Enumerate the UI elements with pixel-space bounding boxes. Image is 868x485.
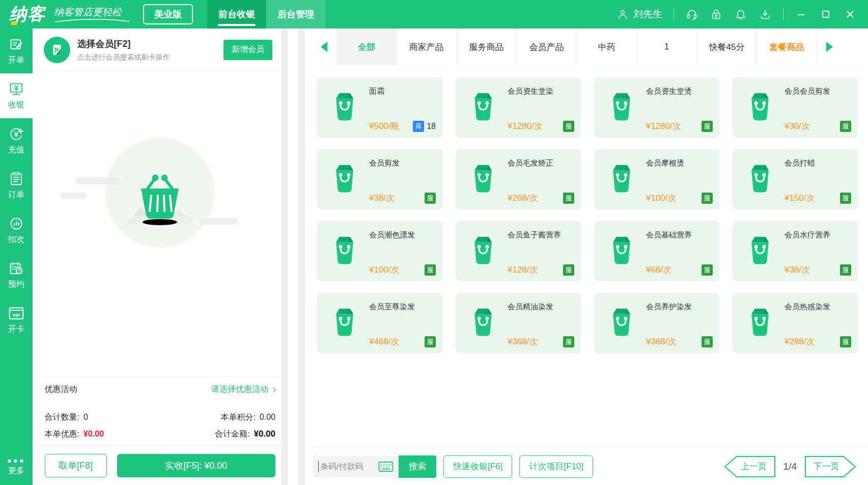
product-name: 会员养护染发 xyxy=(646,301,712,313)
sidebar-item-more[interactable]: ●●● 更多 xyxy=(0,449,33,485)
search-button[interactable]: 搜索 xyxy=(399,455,436,478)
category-tab-all[interactable]: 全部 xyxy=(337,29,397,65)
category-tab-chinese-medicine[interactable]: 中药 xyxy=(577,29,637,65)
product-name: 会员摩根烫 xyxy=(646,157,712,169)
receive-payment-button[interactable]: 实收[F5]: ¥0.00 xyxy=(117,454,275,477)
sidebar-item-cashier[interactable]: 收银 xyxy=(0,73,33,118)
deduct-count-icon xyxy=(9,216,24,231)
product-name: 会员热感染发 xyxy=(785,301,851,313)
hold-order-button[interactable]: 取单[F8] xyxy=(45,454,107,477)
product-grid: 面霜 ¥500/瓶 库 18 会员资生堂染 ¥1280/次 服 xyxy=(311,65,868,447)
shopping-bag-icon xyxy=(469,306,497,338)
sidebar-item-vip-card[interactable]: VIP 开卡 xyxy=(0,298,33,342)
category-scroll-left-button[interactable] xyxy=(311,29,337,65)
product-card[interactable]: 会员摩根烫 ¥100/次 服 xyxy=(594,149,719,209)
product-bottom-bar: 搜索 快速收银[F6] 计次项目[F10] 上一页 1/4 下一页 xyxy=(311,447,868,485)
sidebar-item-open-order[interactable]: 开单 xyxy=(0,29,33,73)
add-member-button[interactable]: 新增会员 xyxy=(223,40,272,60)
sidebar-item-deduct-count[interactable]: 扣次 xyxy=(0,208,33,253)
member-select-action[interactable]: 选择会员[F2] 点击进行会员搜索或刷卡操作 xyxy=(77,38,170,62)
promo-row: 优惠活动 请选择优惠活动 xyxy=(33,376,288,402)
points-label: 本单积分: xyxy=(220,412,255,423)
discount-value: ¥0.00 xyxy=(83,429,104,439)
shopping-bag-icon xyxy=(469,163,497,194)
product-price: ¥38/次 xyxy=(785,264,810,276)
category-tab-1[interactable]: 1 xyxy=(637,29,697,65)
tab-back-management[interactable]: 后台管理 xyxy=(266,0,325,29)
product-card[interactable]: 会员剪发 ¥38/次 服 xyxy=(317,149,442,209)
service-badge: 服 xyxy=(425,264,436,276)
product-card[interactable]: 会员养护染发 ¥368/次 服 xyxy=(594,293,719,353)
user-menu[interactable]: 刘先生 xyxy=(616,8,662,21)
product-card[interactable]: 会员基础营养 ¥68/次 服 xyxy=(594,221,719,281)
product-card[interactable]: 会员毛发矫正 ¥268/次 服 xyxy=(456,149,581,209)
open-order-icon xyxy=(9,37,24,52)
sidebar-item-appointment[interactable]: 预约 xyxy=(0,253,33,298)
product-name: 会员潮色漂发 xyxy=(369,229,435,241)
shopping-bag-icon xyxy=(746,234,774,266)
product-card[interactable]: 面霜 ¥500/瓶 库 18 xyxy=(317,77,442,138)
product-card[interactable]: 会员至尊染发 ¥468/次 服 xyxy=(317,293,442,353)
service-badge: 服 xyxy=(840,264,851,276)
close-button[interactable] xyxy=(844,8,857,21)
sidebar: 开单 收银 充值 订单 扣次 xyxy=(0,29,33,485)
category-tab-merchant-products[interactable]: 商家产品 xyxy=(397,29,457,65)
user-icon xyxy=(616,8,629,21)
prev-page-button[interactable]: 上一页 xyxy=(723,455,776,478)
count-item-button[interactable]: 计次项目[F10] xyxy=(519,455,593,478)
sidebar-item-label: 更多 xyxy=(8,466,24,476)
keyboard-icon[interactable] xyxy=(378,461,394,473)
support-headset-icon[interactable] xyxy=(685,8,698,21)
product-card[interactable]: 会员精油染发 ¥368/次 服 xyxy=(456,293,581,353)
category-scroll-right-button[interactable] xyxy=(817,29,843,65)
tab-front-cashier[interactable]: 前台收银 xyxy=(207,0,266,29)
service-badge: 服 xyxy=(563,336,574,347)
shopping-bag-icon xyxy=(330,306,359,338)
quick-cashier-button[interactable]: 快速收银[F6] xyxy=(443,455,512,478)
scrollbar-track[interactable] xyxy=(281,29,288,485)
maximize-button[interactable] xyxy=(819,8,832,21)
main-nav-tabs: 前台收银 后台管理 xyxy=(207,0,325,29)
product-card[interactable]: 会员水疗营养 ¥38/次 服 xyxy=(733,221,858,281)
sidebar-item-orders[interactable]: 订单 xyxy=(0,163,33,208)
cloud-decoration xyxy=(75,177,121,184)
category-tab-service-goods[interactable]: 服务商品 xyxy=(457,29,517,65)
product-price: ¥100/次 xyxy=(646,192,677,204)
download-icon[interactable] xyxy=(759,8,772,21)
notification-bell-icon[interactable] xyxy=(734,8,747,21)
product-name: 会员精油染发 xyxy=(508,301,574,313)
next-page-button[interactable]: 下一页 xyxy=(804,455,857,478)
product-card[interactable]: 会员打蜡 ¥150/次 服 xyxy=(733,149,858,209)
recharge-icon xyxy=(9,126,24,142)
shopping-bag-icon xyxy=(746,163,774,194)
member-card-icon[interactable] xyxy=(44,37,70,63)
product-card[interactable]: 会员热感染发 ¥288/次 服 xyxy=(733,293,858,353)
lock-icon[interactable] xyxy=(710,8,723,21)
product-card[interactable]: 会员资生堂染 ¥1280/次 服 xyxy=(456,77,581,138)
product-price: ¥1280/次 xyxy=(646,120,681,132)
service-badge: 服 xyxy=(702,193,713,204)
barcode-input-box[interactable] xyxy=(313,455,399,478)
product-price: ¥500/瓶 xyxy=(369,120,400,132)
stock-count: 18 xyxy=(427,122,436,131)
product-price: ¥288/次 xyxy=(785,336,815,347)
minimize-button[interactable] xyxy=(795,8,808,21)
sidebar-item-label: 收银 xyxy=(8,100,24,111)
barcode-input[interactable] xyxy=(320,462,371,471)
category-tab-member-products[interactable]: 会员产品 xyxy=(517,29,577,65)
product-card[interactable]: 会员潮色漂发 ¥100/次 服 xyxy=(317,221,442,281)
product-price: ¥468/次 xyxy=(369,336,400,347)
product-card[interactable]: 会员资生堂烫 ¥1280/次 服 xyxy=(594,77,719,138)
sidebar-item-label: 充值 xyxy=(8,145,24,155)
product-price: ¥128/次 xyxy=(508,264,538,276)
product-card[interactable]: 会员会员剪发 ¥30/次 服 xyxy=(733,77,858,138)
points-value: 0.00 xyxy=(260,413,275,422)
category-tab-fastfood[interactable]: 快餐45分 xyxy=(697,29,757,65)
sidebar-item-recharge[interactable]: 充值 xyxy=(0,118,33,163)
category-tab-combo[interactable]: 套餐商品 xyxy=(757,29,817,65)
service-badge: 服 xyxy=(563,264,574,276)
shopping-bag-icon xyxy=(469,91,497,122)
promo-select-link[interactable]: 请选择优惠活动 xyxy=(211,384,275,395)
product-name: 面霜 xyxy=(369,86,435,97)
product-card[interactable]: 会员鱼子酱营养 ¥128/次 服 xyxy=(456,221,581,281)
